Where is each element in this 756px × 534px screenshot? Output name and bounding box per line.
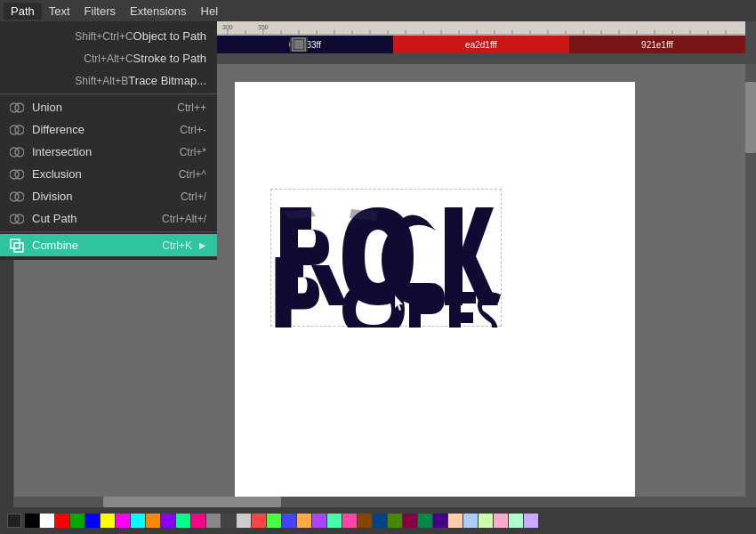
color-swatch-7[interactable]	[131, 514, 145, 528]
color-swatch-17[interactable]	[282, 514, 296, 528]
status-bar	[0, 507, 756, 534]
menu-item-division[interactable]: Division Ctrl+/	[0, 185, 217, 207]
combine-icon	[9, 238, 25, 254]
menubar-help[interactable]: Hel	[194, 3, 226, 20]
color-swatch-23[interactable]	[373, 514, 387, 528]
cursor-pointer	[395, 295, 406, 312]
svg-rect-63	[11, 239, 20, 248]
horizontal-scrollbar[interactable]	[14, 497, 756, 507]
color-swatch-26[interactable]	[418, 514, 432, 528]
menu-separator-1	[0, 93, 217, 94]
color-swatch-19[interactable]	[312, 514, 326, 528]
menu-item-intersection[interactable]: Intersection Ctrl+*	[0, 141, 217, 163]
color-swatch-33[interactable]	[524, 514, 538, 528]
color-swatch-25[interactable]	[403, 514, 417, 528]
swatch-red[interactable]: ea2d1fff	[393, 36, 569, 53]
transparent-swatch[interactable]	[7, 514, 21, 528]
color-swatch-5[interactable]	[101, 514, 115, 528]
color-swatch-15[interactable]	[252, 514, 266, 528]
color-swatch-3[interactable]	[70, 514, 84, 528]
exclusion-icon	[9, 166, 25, 182]
color-swatches-bar: 0f0b33ff ea2d1fff 921e1fff	[217, 36, 745, 53]
menu-item-exclusion[interactable]: Exclusion Ctrl+^	[0, 163, 217, 185]
color-swatch-13[interactable]	[221, 514, 236, 528]
intersection-icon	[9, 144, 25, 160]
svg-point-58	[15, 170, 24, 179]
color-swatch-0[interactable]	[25, 514, 39, 528]
color-swatch-18[interactable]	[297, 514, 311, 528]
svg-point-54	[15, 125, 24, 134]
color-swatch-28[interactable]	[448, 514, 462, 528]
menu-item-difference[interactable]: Difference Ctrl+-	[0, 118, 217, 141]
path-dropdown-menu: Shift+Ctrl+C Object to Path Ctrl+Alt+C S…	[0, 21, 217, 260]
union-icon	[9, 100, 25, 116]
division-icon	[9, 189, 25, 205]
cut-path-icon	[9, 211, 25, 227]
color-swatch-31[interactable]	[494, 514, 508, 528]
menubar-text[interactable]: Text	[42, 3, 77, 20]
menu-item-combine[interactable]: Combine Ctrl+K ▶	[0, 234, 217, 256]
menubar-filters[interactable]: Filters	[77, 3, 123, 20]
color-swatch-20[interactable]	[327, 514, 342, 528]
color-swatch-9[interactable]	[161, 514, 175, 528]
menubar-path[interactable]: Path	[4, 3, 42, 20]
color-swatch-27[interactable]	[433, 514, 447, 528]
menu-item-trace-bitmap[interactable]: Shift+Alt+B Trace Bitmap...	[0, 69, 217, 92]
color-swatch-16[interactable]	[267, 514, 281, 528]
color-swatch-6[interactable]	[116, 514, 130, 528]
svg-rect-64	[14, 243, 23, 252]
menu-item-union[interactable]: Union Ctrl++	[0, 96, 217, 118]
color-swatch-10[interactable]	[176, 514, 190, 528]
menu-separator-2	[0, 231, 217, 232]
color-swatch-14[interactable]	[237, 514, 251, 528]
graffiti-art	[271, 190, 503, 328]
color-swatch-21[interactable]	[342, 514, 357, 528]
menu-section-path-operations: Shift+Ctrl+C Object to Path Ctrl+Alt+C S…	[0, 21, 217, 260]
svg-text:350: 350	[258, 24, 269, 30]
svg-rect-50	[294, 40, 303, 49]
horizontal-scrollbar-thumb[interactable]	[103, 497, 281, 507]
selection-box	[270, 189, 502, 327]
color-swatch-12[interactable]	[206, 514, 221, 528]
color-swatch-1[interactable]	[40, 514, 54, 528]
color-swatch-32[interactable]	[509, 514, 523, 528]
color-palette	[25, 514, 538, 528]
color-swatch-4[interactable]	[85, 514, 100, 528]
svg-text:300: 300	[222, 24, 233, 30]
color-swatch-2[interactable]	[55, 514, 69, 528]
svg-point-62	[15, 214, 24, 223]
menu-item-object-to-path[interactable]: Shift+Ctrl+C Object to Path	[0, 25, 217, 47]
svg-point-60	[15, 192, 24, 201]
color-swatch-8[interactable]	[146, 514, 160, 528]
color-swatch-22[interactable]	[358, 514, 372, 528]
vertical-scrollbar-thumb[interactable]	[745, 82, 756, 153]
color-swatch-29[interactable]	[463, 514, 478, 528]
color-swatch-30[interactable]	[479, 514, 493, 528]
vertical-scrollbar[interactable]	[745, 64, 756, 497]
svg-point-56	[15, 148, 24, 157]
difference-icon	[9, 122, 25, 138]
menubar: Path Text Filters Extensions Hel	[0, 0, 756, 21]
canvas-page	[235, 82, 635, 507]
svg-point-52	[15, 103, 24, 112]
color-cursor-indicator	[290, 37, 308, 52]
menu-item-cut-path[interactable]: Cut Path Ctrl+Alt+/	[0, 207, 217, 230]
menubar-extensions[interactable]: Extensions	[123, 3, 194, 20]
color-swatch-11[interactable]	[191, 514, 205, 528]
submenu-arrow: ▶	[199, 240, 206, 250]
menu-item-stroke-to-path[interactable]: Ctrl+Alt+C Stroke to Path	[0, 47, 217, 69]
color-swatch-24[interactable]	[388, 514, 402, 528]
swatch-dark-red[interactable]: 921e1fff	[569, 36, 745, 53]
